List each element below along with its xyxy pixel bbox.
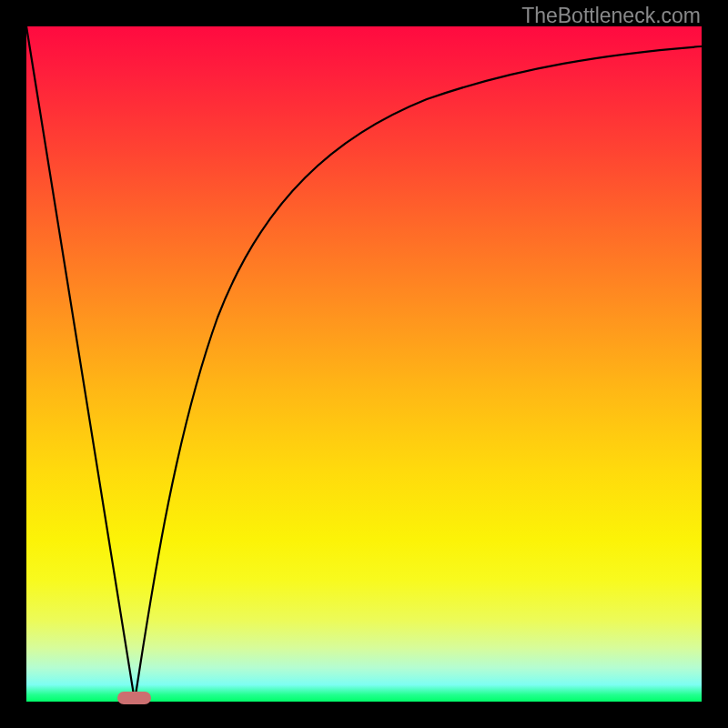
chart-frame: TheBottleneck.com [0, 0, 728, 728]
watermark-text: TheBottleneck.com [521, 4, 701, 28]
bottleneck-curve [26, 26, 702, 701]
curve-svg [26, 26, 702, 702]
minimum-marker [117, 692, 151, 704]
